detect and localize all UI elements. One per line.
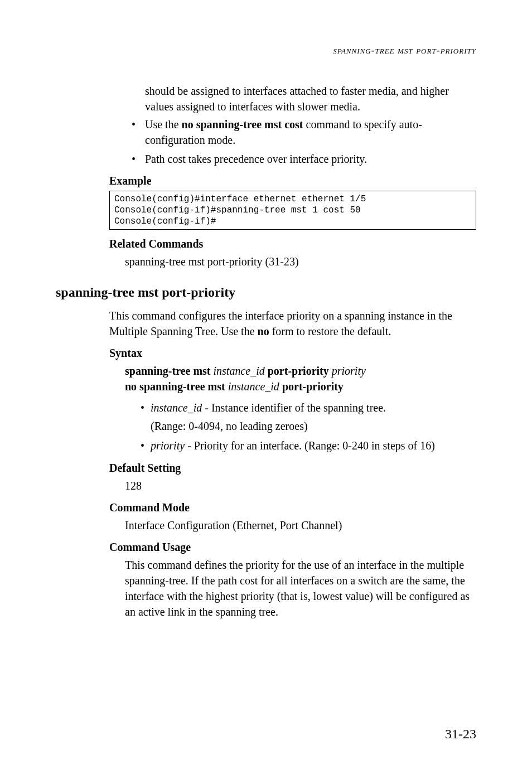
bold-text: no spanning-tree mst cost xyxy=(182,118,303,130)
text: Use the xyxy=(145,118,182,130)
section-paragraph: This command configures the interface pr… xyxy=(109,308,476,339)
syntax-line: spanning-tree mst instance_id port-prior… xyxy=(125,363,476,379)
italic-text: priority xyxy=(332,365,366,377)
syntax-block: spanning-tree mst instance_id port-prior… xyxy=(109,363,476,394)
syntax-bullet-list: instance_id - Instance identifier of the… xyxy=(109,400,476,454)
example-heading: Example xyxy=(109,175,476,187)
italic-text: instance_id xyxy=(214,365,265,377)
bold-text: port-priority xyxy=(279,380,344,393)
text: form to restore the default. xyxy=(269,325,391,337)
bold-text: no spanning-tree mst xyxy=(125,380,228,393)
bold-text: no xyxy=(258,325,269,337)
top-bullet-list: Use the no spanning-tree mst cost comman… xyxy=(109,117,476,167)
command-usage-heading: Command Usage xyxy=(109,541,476,554)
bullet-item: priority - Priority for an interface. (R… xyxy=(141,438,476,454)
syntax-line: no spanning-tree mst instance_id port-pr… xyxy=(125,379,476,394)
bold-text: spanning-tree mst xyxy=(125,365,214,377)
bullet-item: Path cost takes precedence over interfac… xyxy=(132,151,476,167)
related-commands-heading: Related Commands xyxy=(109,238,476,250)
bullet-item: instance_id - Instance identifier of the… xyxy=(141,400,476,434)
bullet-item: Use the no spanning-tree mst cost comman… xyxy=(132,117,476,148)
italic-text: instance_id xyxy=(151,401,202,414)
italic-text: instance_id xyxy=(228,380,279,393)
italic-text: priority xyxy=(151,439,185,452)
page-number: 31-23 xyxy=(445,727,476,742)
section-body: This command configures the interface pr… xyxy=(56,308,476,620)
code-example: Console(config)#interface ethernet ether… xyxy=(109,191,476,230)
default-setting-heading: Default Setting xyxy=(109,462,476,475)
command-mode-value: Interface Configuration (Ethernet, Port … xyxy=(109,517,476,533)
related-command-line: spanning-tree mst port-priority (31-23) xyxy=(109,254,476,269)
body-content: should be assigned to interfaces attache… xyxy=(56,83,476,269)
intro-paragraph: should be assigned to interfaces attache… xyxy=(109,83,476,114)
bold-text: port-priority xyxy=(265,365,332,377)
syntax-heading: Syntax xyxy=(109,347,476,360)
section-heading: spanning-tree mst port-priority xyxy=(56,285,476,300)
text: - Instance identifier of the spanning tr… xyxy=(202,401,386,414)
default-setting-value: 128 xyxy=(109,478,476,494)
command-mode-heading: Command Mode xyxy=(109,501,476,514)
command-usage-paragraph: This command defines the priority for th… xyxy=(109,557,476,620)
text: - Priority for an interface. (Range: 0-2… xyxy=(185,439,435,452)
running-head: spanning-tree mst port-priority xyxy=(56,45,476,56)
sub-text: (Range: 0-4094, no leading zeroes) xyxy=(151,418,476,434)
